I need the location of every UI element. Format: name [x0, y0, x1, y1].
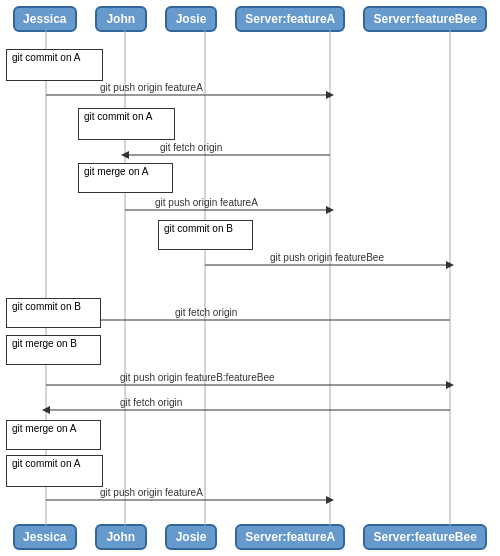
svg-marker-20 — [326, 496, 334, 504]
actor-server-featurea-top: Server:featureA — [235, 6, 345, 32]
box-jessica-commit-a-1: git commit on A — [6, 49, 103, 81]
actor-jessica-top: Jessica — [13, 6, 76, 32]
actor-server-featurebee-top: Server:featureBee — [363, 6, 486, 32]
box-john-merge-a: git merge on A — [78, 163, 173, 193]
box-jessica-commit-a-2: git commit on A — [6, 455, 103, 487]
box-jessica-merge-b: git merge on B — [6, 335, 101, 365]
actor-server-featurea-bottom: Server:featureA — [235, 524, 345, 550]
svg-marker-10 — [326, 206, 334, 214]
box-josie-commit-b: git commit on B — [158, 220, 253, 250]
actor-jessica-bottom: Jessica — [13, 524, 76, 550]
msg-label-8: git push origin featureA — [100, 487, 203, 498]
actor-john-bottom: John — [95, 524, 147, 550]
top-actor-bar: Jessica John Josie Server:featureA Serve… — [0, 0, 500, 38]
box-jessica-merge-a: git merge on A — [6, 420, 101, 450]
msg-label-7: git fetch origin — [120, 397, 182, 408]
actor-josie-top: Josie — [165, 6, 217, 32]
msg-label-4: git push origin featureBee — [270, 252, 384, 263]
box-john-commit-a: git commit on A — [78, 108, 175, 140]
bottom-actor-bar: Jessica John Josie Server:featureA Serve… — [0, 518, 500, 556]
box-jessica-commit-b: git commit on B — [6, 298, 101, 328]
actor-john-top: John — [95, 6, 147, 32]
msg-label-5: git fetch origin — [175, 307, 237, 318]
svg-marker-16 — [446, 381, 454, 389]
msg-label-3: git push origin featureA — [155, 197, 258, 208]
msg-label-2: git fetch origin — [160, 142, 222, 153]
svg-marker-18 — [42, 406, 50, 414]
actor-server-featurebee-bottom: Server:featureBee — [363, 524, 486, 550]
svg-marker-12 — [446, 261, 454, 269]
svg-marker-6 — [326, 91, 334, 99]
sequence-diagram: Jessica John Josie Server:featureA Serve… — [0, 0, 500, 556]
msg-label-6: git push origin featureB:featureBee — [120, 372, 275, 383]
actor-josie-bottom: Josie — [165, 524, 217, 550]
msg-label-1: git push origin featureA — [100, 82, 203, 93]
svg-marker-8 — [121, 151, 129, 159]
